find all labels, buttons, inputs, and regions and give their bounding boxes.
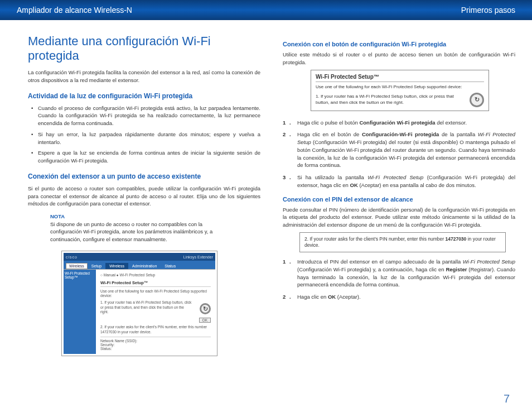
section-light-activity: Actividad de la luz de configuración Wi-… <box>28 92 260 100</box>
list-item: Si hay un error, la luz parpadea rápidam… <box>38 131 260 146</box>
section-wps-button: Conexión con el botón de configuración W… <box>283 41 515 47</box>
ok-button[interactable]: OK <box>199 318 211 323</box>
header-bar: Ampliador de alcance Wireless-N Primeros… <box>0 0 532 20</box>
product-label: Linksys Extender <box>183 255 213 259</box>
right-column: Conexión con el botón de configuración W… <box>283 34 515 361</box>
light-activity-list: Cuando el proceso de configuración Wi-Fi… <box>28 104 260 165</box>
status-footer: Network Name (SSID): Security: Status: <box>100 337 211 351</box>
list-item: Cuando el proceso de configuración Wi-Fi… <box>38 104 260 127</box>
step-item: 2.Haga clic en el botón de Configuración… <box>297 131 515 169</box>
wps-box-step: 1. If your router has a Wi-Fi Protected … <box>316 94 463 106</box>
page-number: 7 <box>504 392 510 405</box>
wps-button-steps: 1.Haga clic o pulse el botón Configuraci… <box>283 119 515 189</box>
tab-setup[interactable]: Setup <box>88 263 105 269</box>
note-label: NOTA <box>50 213 229 219</box>
nav-section-label: Wireless <box>66 263 88 269</box>
wps-step2: 2. If your router asks for the client's … <box>100 325 211 334</box>
section-pin: Conexión con el PIN del extensor de alca… <box>283 196 515 203</box>
wps-inset-box: Wi-Fi Protected Setup™ Use one of the fo… <box>311 70 489 111</box>
pin-steps: 1.Introduzca el PIN del extensor en el c… <box>283 258 515 301</box>
main-panel: ○ Manual ● Wi-Fi Protected Setup Wi-Fi P… <box>96 270 215 354</box>
wps-box-sub: Use one of the following for each Wi-Fi … <box>316 84 484 89</box>
list-item: Espere a que la luz se encienda de forma… <box>38 149 260 165</box>
panel-subtitle: Use one of the following for each Wi-Fi … <box>100 289 211 299</box>
brand-logo: cisco <box>66 255 78 259</box>
section-connect-ap: Conexión del extensor a un punto de acce… <box>28 173 260 180</box>
note-body: Si dispone de un punto de acceso o route… <box>50 221 229 243</box>
radio-row[interactable]: ○ Manual ● Wi-Fi Protected Setup <box>100 273 211 277</box>
wps-step1: 1. If your router has a Wi-Fi Protected … <box>100 300 193 314</box>
step-item: 1.Haga clic o pulse el botón Configuraci… <box>297 119 515 127</box>
pin-inset-box: 2. If your router asks for the client's … <box>299 232 506 252</box>
tab-status[interactable]: Status <box>161 263 180 269</box>
step-item: 1.Introduzca el PIN del extensor en el c… <box>297 258 515 289</box>
step-item: 2.Haga clic en OK (Aceptar). <box>297 293 515 301</box>
header-right: Primeros pasos <box>461 6 515 15</box>
page-body: Mediante una configuración Wi-Fi protegi… <box>0 20 532 366</box>
pin-paragraph: Puede consultar el PIN (número de identi… <box>283 206 515 229</box>
wps-icon[interactable] <box>200 303 211 314</box>
wps-button-paragraph: Utilice este método si el router o el pu… <box>283 51 515 66</box>
side-panel: Wi-Fi Protected Setup™ <box>64 270 96 354</box>
left-column: Mediante una configuración Wi-Fi protegi… <box>28 34 260 361</box>
wps-icon[interactable] <box>470 93 484 107</box>
tab-wireless[interactable]: Wireless <box>105 263 128 269</box>
note-box: NOTA Si dispone de un punto de acceso o … <box>50 213 229 243</box>
pin-number: 14727030 <box>446 236 467 242</box>
header-left: Ampliador de alcance Wireless-N <box>17 6 132 15</box>
connect-ap-paragraph: Si el punto de acceso o router son compa… <box>28 185 260 208</box>
intro-paragraph: La configuración Wi-Fi protegida facilit… <box>28 69 260 84</box>
tab-administration[interactable]: Administration <box>128 263 161 269</box>
page-title: Mediante una configuración Wi-Fi protegi… <box>28 34 260 63</box>
panel-title: Wi-Fi Protected Setup™ <box>100 280 211 287</box>
wps-box-title: Wi-Fi Protected Setup™ <box>316 74 484 82</box>
router-admin-screenshot: cisco Linksys Extender Wireless Setup Wi… <box>61 251 217 356</box>
step-item: 3.Si ha utilizado la pantalla Wi-Fi Prot… <box>297 174 515 189</box>
nav-tabs: Wireless Setup Wireless Administration S… <box>64 261 215 270</box>
